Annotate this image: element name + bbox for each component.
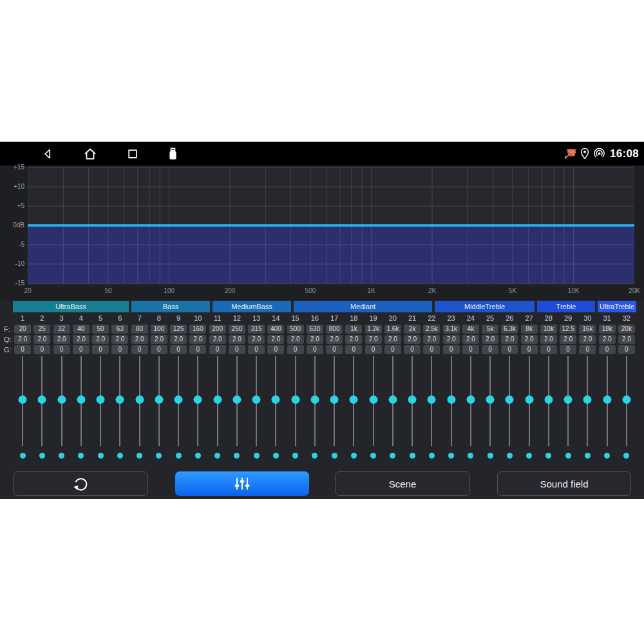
slider-thumb[interactable] — [77, 395, 85, 404]
gain-slider[interactable] — [91, 356, 110, 446]
slider-thumb[interactable] — [466, 395, 475, 404]
band-gain-value-cell[interactable]: 0 — [521, 345, 538, 354]
gain-slider[interactable] — [130, 356, 149, 446]
band-q-factor-value-cell[interactable]: 2.0 — [482, 335, 498, 344]
gain-slider[interactable] — [149, 356, 169, 446]
band-gain-value-cell[interactable]: 0 — [618, 345, 635, 354]
band-q-factor-value-cell[interactable]: 2.0 — [423, 335, 440, 344]
gain-slider[interactable] — [500, 356, 519, 446]
band-frequency-value-cell[interactable]: 10k — [540, 325, 557, 334]
band-frequency-value-cell[interactable]: 200 — [209, 325, 226, 334]
gain-slider[interactable] — [52, 356, 71, 446]
scene-button[interactable]: Scene — [335, 471, 470, 496]
band-group-middletreble[interactable]: MiddleTreble — [435, 301, 535, 312]
band-frequency-value-cell[interactable]: 160 — [189, 325, 206, 334]
band-frequency-value-cell[interactable]: 400 — [267, 325, 284, 334]
gain-slider[interactable] — [383, 356, 402, 446]
band-q-factor-value-cell[interactable]: 2.0 — [560, 335, 576, 344]
band-frequency-value-cell[interactable]: 63 — [111, 325, 128, 334]
usb-button[interactable] — [164, 142, 182, 166]
band-q-factor-value-cell[interactable]: 2.0 — [53, 335, 70, 344]
band-frequency-value-cell[interactable]: 1.6k — [384, 325, 401, 334]
gain-slider[interactable] — [520, 356, 539, 446]
band-gain-value-cell[interactable]: 0 — [131, 345, 148, 354]
band-q-factor-value-cell[interactable]: 2.0 — [248, 335, 265, 344]
band-gain-value-cell[interactable]: 0 — [345, 345, 362, 354]
gain-slider[interactable] — [286, 356, 305, 446]
slider-thumb[interactable] — [175, 395, 183, 404]
gain-slider[interactable] — [344, 356, 363, 446]
gain-slider[interactable] — [461, 356, 480, 446]
band-q-factor-value-cell[interactable]: 2.0 — [540, 335, 557, 344]
band-group-treble[interactable]: Treble — [537, 301, 595, 312]
gain-slider[interactable] — [598, 356, 617, 446]
slider-thumb[interactable] — [272, 395, 280, 404]
band-frequency-value-cell[interactable]: 2k — [404, 325, 421, 334]
band-q-factor-value-cell[interactable]: 2.0 — [501, 335, 518, 344]
gain-slider[interactable] — [402, 356, 422, 446]
band-gain-value-cell[interactable]: 0 — [170, 345, 187, 354]
band-frequency-value-cell[interactable]: 20 — [14, 325, 31, 334]
band-frequency-value-cell[interactable]: 100 — [151, 325, 167, 334]
band-q-factor-value-cell[interactable]: 2.0 — [404, 335, 421, 344]
band-frequency-value-cell[interactable]: 125 — [170, 325, 187, 334]
back-button[interactable] — [39, 142, 57, 166]
gain-slider[interactable] — [227, 356, 247, 446]
band-frequency-value-cell[interactable]: 8k — [521, 325, 538, 334]
band-frequency-value-cell[interactable]: 250 — [229, 325, 245, 334]
slider-thumb[interactable] — [622, 395, 630, 404]
gain-slider[interactable] — [422, 356, 441, 446]
equalizer-button[interactable] — [175, 471, 309, 496]
slider-thumb[interactable] — [388, 395, 397, 404]
band-frequency-value-cell[interactable]: 25 — [33, 325, 50, 334]
slider-thumb[interactable] — [38, 395, 46, 404]
band-gain-value-cell[interactable]: 0 — [599, 345, 616, 354]
band-frequency-value-cell[interactable]: 12.5 — [560, 325, 576, 334]
band-q-factor-value-cell[interactable]: 2.0 — [287, 335, 304, 344]
band-frequency-value-cell[interactable]: 2.5k — [423, 325, 440, 334]
slider-thumb[interactable] — [428, 395, 436, 404]
slider-thumb[interactable] — [155, 395, 163, 404]
slider-thumb[interactable] — [19, 395, 27, 404]
slider-thumb[interactable] — [369, 395, 377, 404]
gain-slider[interactable] — [578, 356, 597, 446]
band-q-factor-value-cell[interactable]: 2.0 — [131, 335, 148, 344]
band-q-factor-value-cell[interactable]: 2.0 — [189, 335, 206, 344]
gain-slider[interactable] — [480, 356, 500, 446]
slider-thumb[interactable] — [603, 395, 611, 404]
band-gain-value-cell[interactable]: 0 — [267, 345, 284, 354]
band-q-factor-value-cell[interactable]: 2.0 — [170, 335, 187, 344]
band-q-factor-value-cell[interactable]: 2.0 — [599, 335, 616, 344]
band-gain-value-cell[interactable]: 0 — [462, 345, 479, 354]
slider-thumb[interactable] — [310, 395, 319, 404]
gain-slider[interactable] — [208, 356, 227, 446]
band-frequency-value-cell[interactable]: 3.1k — [443, 325, 460, 334]
band-q-factor-value-cell[interactable]: 2.0 — [462, 335, 479, 344]
band-q-factor-value-cell[interactable]: 2.0 — [579, 335, 596, 344]
band-gain-value-cell[interactable]: 0 — [540, 345, 557, 354]
home-button[interactable] — [81, 142, 99, 166]
slider-thumb[interactable] — [525, 395, 533, 404]
band-group-ultratreble[interactable]: UltraTreble — [598, 301, 636, 312]
band-q-factor-value-cell[interactable]: 2.0 — [267, 335, 284, 344]
band-frequency-value-cell[interactable]: 80 — [131, 325, 148, 334]
band-frequency-value-cell[interactable]: 800 — [326, 325, 343, 334]
slider-thumb[interactable] — [252, 395, 261, 404]
band-gain-value-cell[interactable]: 0 — [560, 345, 576, 354]
band-gain-value-cell[interactable]: 0 — [287, 345, 304, 354]
band-gain-value-cell[interactable]: 0 — [443, 345, 460, 354]
gain-slider[interactable] — [442, 356, 461, 446]
band-q-factor-value-cell[interactable]: 2.0 — [326, 335, 343, 344]
band-gain-value-cell[interactable]: 0 — [14, 345, 31, 354]
gain-slider[interactable] — [247, 356, 266, 446]
band-q-factor-value-cell[interactable]: 2.0 — [73, 335, 90, 344]
slider-thumb[interactable] — [213, 395, 222, 404]
band-group-ultrabass[interactable]: UltraBass — [13, 301, 129, 312]
band-gain-value-cell[interactable]: 0 — [307, 345, 323, 354]
gain-slider[interactable] — [364, 356, 383, 446]
gain-slider[interactable] — [558, 356, 578, 446]
band-gain-value-cell[interactable]: 0 — [189, 345, 206, 354]
band-gain-value-cell[interactable]: 0 — [151, 345, 167, 354]
band-q-factor-value-cell[interactable]: 2.0 — [111, 335, 128, 344]
gain-slider[interactable] — [110, 356, 129, 446]
